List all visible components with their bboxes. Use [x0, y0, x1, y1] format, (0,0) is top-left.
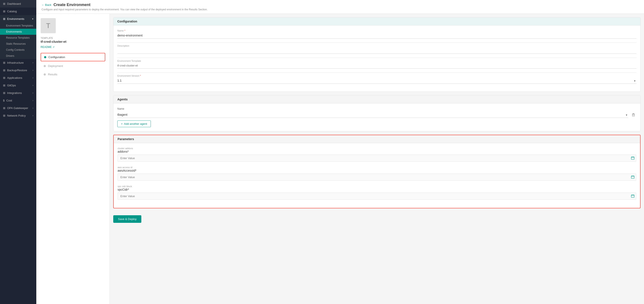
env-template-label: Environment Template: [117, 60, 636, 62]
param-sublabel-aws: aws access id: [118, 166, 636, 169]
step-label-results: Results: [48, 73, 57, 76]
param-sublabel-vpc: vpc cidr block: [118, 185, 636, 188]
applications-icon: ⊞: [3, 76, 6, 79]
sidebar-label-backup: Backup/Restore: [7, 69, 27, 72]
agent-name-label: Name: [117, 107, 636, 110]
step-label-deployment: Deployment: [48, 64, 63, 68]
content-area: T TEMPLATE tf-cred-cluster-et README ↗ C…: [36, 14, 644, 304]
sidebar-label-config-contexts: Config Contexts: [6, 48, 24, 51]
sidebar-item-environment-templates[interactable]: Environment Templates: [0, 23, 36, 29]
add-agent-button[interactable]: + Add another agent: [117, 120, 151, 127]
sidebar-label-dashboard: Dashboard: [7, 2, 21, 5]
sidebar-item-integrations[interactable]: ⊞ Integrations ›: [0, 89, 36, 97]
top-bar: ← Back Create Environment Configure and …: [36, 0, 644, 14]
sidebar-label-static-resources: Static Resources: [6, 42, 26, 45]
param-input-wrap-vpc: [118, 193, 636, 200]
sidebar-label-integrations: Integrations: [7, 91, 22, 95]
sidebar-item-cost[interactable]: $ Cost ›: [0, 97, 36, 104]
integrations-icon: ⊞: [3, 91, 6, 95]
configuration-section: Configuration Name Description: [113, 17, 640, 92]
configuration-section-header: Configuration: [114, 17, 640, 25]
parameters-section-body: cluster addons addons*: [114, 143, 640, 208]
param-input-vpc[interactable]: [118, 193, 636, 200]
agent-select[interactable]: tbagent agent1 agent2: [117, 112, 628, 118]
sidebar-item-network-policy[interactable]: ⊞ Network Policy ›: [0, 112, 36, 119]
svg-rect-13: [631, 195, 634, 197]
delete-agent-button[interactable]: [630, 112, 636, 118]
sidebar-item-static-resources[interactable]: Static Resources: [0, 41, 36, 47]
step-dot-configuration: [44, 56, 46, 58]
sidebar-item-catalog[interactable]: ⊞ Catalog: [0, 7, 36, 15]
svg-rect-2: [632, 114, 634, 116]
param-input-addons[interactable]: [118, 155, 636, 162]
param-input-wrap-aws: [118, 174, 636, 181]
sidebar-item-resource-templates[interactable]: Resource Templates: [0, 35, 36, 41]
env-version-select-wrap: 1.1 1.0 ▾: [117, 77, 636, 84]
svg-rect-9: [631, 176, 634, 178]
sidebar-item-applications[interactable]: ⊞ Applications ›: [0, 74, 36, 82]
param-label-vpc: vpcCidr*: [118, 188, 636, 191]
chevron-right-icon-2: ›: [33, 69, 33, 71]
step-label-configuration: Configuration: [48, 55, 65, 59]
agent-row: tbagent agent1 agent2 ▾: [117, 112, 636, 118]
svg-rect-0: [633, 113, 634, 114]
param-group-addons: cluster addons addons*: [118, 147, 636, 162]
parameters-section-header: Parameters: [114, 135, 640, 143]
sidebar-label-applications: Applications: [7, 76, 22, 79]
save-deploy-button[interactable]: Save & Deploy: [113, 215, 141, 223]
name-input[interactable]: [117, 32, 636, 39]
sidebar-item-environments-group[interactable]: ⊞ Environments ▾: [0, 15, 36, 23]
chevron-right-icon-6: ›: [33, 99, 33, 102]
back-button[interactable]: ← Back: [42, 3, 52, 6]
infrastructure-icon: ⊞: [3, 61, 6, 64]
external-link-icon: ↗: [52, 46, 54, 48]
chevron-right-icon-8: ›: [33, 114, 33, 117]
plus-icon: +: [121, 122, 123, 125]
sidebar-label-environments-group: Environments: [7, 17, 24, 20]
chevron-right-icon: ›: [33, 61, 33, 64]
calendar-icon-aws: [631, 175, 634, 179]
step-deployment[interactable]: Deployment: [41, 62, 105, 70]
param-group-vpc: vpc cidr block vpcCidr*: [118, 185, 636, 200]
env-version-field-group: Environment Version 1.1 1.0 ▾: [117, 74, 636, 84]
form-panel: Configuration Name Description: [110, 14, 644, 304]
sidebar-item-gitops[interactable]: ⊞ GitOps ›: [0, 82, 36, 89]
chevron-right-icon-4: ›: [33, 84, 33, 87]
env-template-value: tf-cred-cluster-et: [117, 63, 636, 69]
sidebar-label-catalog: Catalog: [7, 10, 17, 13]
calendar-icon-addons: [631, 156, 634, 160]
configuration-section-body: Name Description Environment Template tf…: [114, 25, 640, 91]
env-version-select[interactable]: 1.1 1.0: [117, 77, 636, 84]
step-dot-results: [44, 73, 46, 76]
env-template-field-group: Environment Template tf-cred-cluster-et: [117, 60, 636, 69]
chevron-down-icon: ▾: [32, 18, 33, 20]
template-name: tf-cred-cluster-et: [41, 40, 105, 43]
readme-link[interactable]: README ↗: [41, 45, 105, 48]
sidebar-item-infrastructure[interactable]: ⊞ Infrastructure ›: [0, 59, 36, 66]
sidebar-label-gitops: GitOps: [7, 84, 16, 87]
sidebar-item-environments-sub[interactable]: Environments: [0, 29, 36, 35]
environments-icon: ⊞: [3, 17, 6, 20]
sidebar-item-dashboard[interactable]: ⊞ Dashboard: [0, 0, 36, 7]
steps: Configuration Deployment Results: [41, 53, 105, 78]
sidebar-item-config-contexts[interactable]: Config Contexts: [0, 47, 36, 53]
template-icon: T: [41, 18, 56, 33]
chevron-right-icon-7: ›: [33, 107, 33, 109]
save-row: Save & Deploy: [110, 212, 644, 226]
sidebar-item-opa[interactable]: ⊞ OPA Gatekeeper ›: [0, 104, 36, 112]
agents-section-header: Agents: [114, 95, 640, 103]
backup-icon: ⊞: [3, 69, 6, 72]
step-results[interactable]: Results: [41, 71, 105, 78]
template-label: TEMPLATE: [41, 37, 105, 39]
description-field-group: Description: [117, 44, 636, 54]
catalog-icon: ⊞: [3, 10, 6, 13]
param-input-aws[interactable]: [118, 174, 636, 181]
step-configuration[interactable]: Configuration: [41, 53, 105, 61]
sidebar-label-cost: Cost: [6, 99, 12, 102]
chevron-right-icon-3: ›: [33, 77, 33, 79]
sidebar-item-backup-restore[interactable]: ⊞ Backup/Restore ›: [0, 66, 36, 74]
description-input[interactable]: [117, 47, 636, 54]
agent-select-wrap: tbagent agent1 agent2 ▾: [117, 112, 628, 118]
param-label-aws: awsAccessId*: [118, 169, 636, 172]
sidebar-item-drivers[interactable]: Drivers: [0, 53, 36, 59]
